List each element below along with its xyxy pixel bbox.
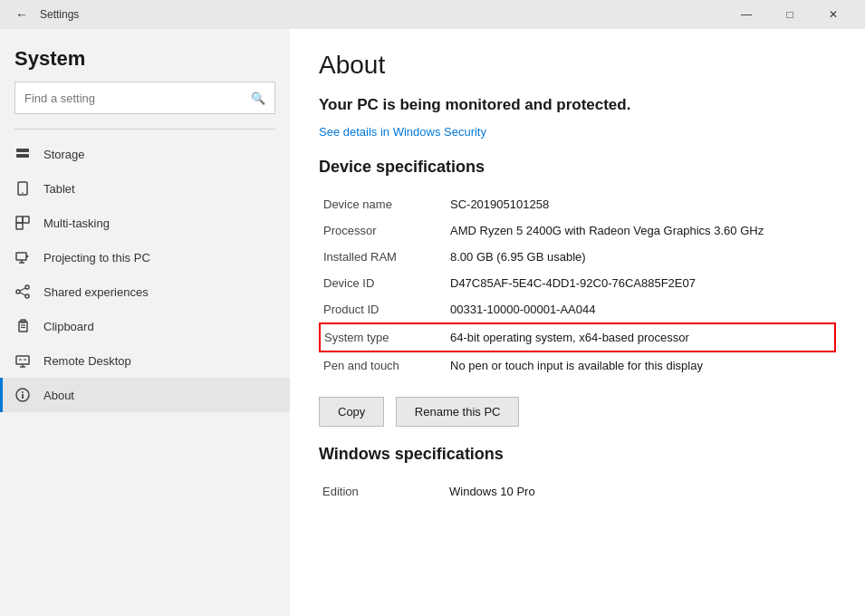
minimize-button[interactable]: — (726, 0, 767, 29)
svg-rect-4 (16, 217, 23, 223)
sidebar-item-shared[interactable]: Shared experiences (0, 274, 290, 309)
spec-value-ram: 8.00 GB (6.95 GB usable) (447, 244, 835, 270)
spec-label-system-type: System type (320, 323, 447, 351)
sidebar-item-storage[interactable]: Storage (0, 137, 290, 171)
spec-value-processor: AMD Ryzen 5 2400G with Radeon Vega Graph… (447, 217, 835, 244)
svg-point-11 (25, 285, 29, 289)
spec-row-product-id: Product ID 00331-10000-00001-AA044 (320, 296, 835, 323)
titlebar-title: Settings (40, 8, 726, 21)
sidebar-item-tablet[interactable]: Tablet (0, 171, 290, 206)
sidebar-item-clipboard[interactable]: Clipboard (0, 309, 290, 343)
sidebar-item-label-clipboard: Clipboard (43, 320, 94, 333)
windows-specs-heading: Windows specifications (319, 445, 836, 464)
spec-label-device-id: Device ID (320, 270, 447, 296)
page-title: About (319, 51, 836, 80)
spec-value-product-id: 00331-10000-00001-AA044 (447, 296, 835, 323)
svg-point-27 (22, 391, 24, 393)
sidebar-item-label-remote: Remote Desktop (43, 354, 131, 368)
search-icon[interactable]: 🔍 (251, 91, 265, 105)
svg-point-13 (16, 290, 20, 294)
shared-icon (14, 284, 31, 300)
spec-row-pen-touch: Pen and touch No pen or touch input is a… (320, 351, 835, 379)
security-text: Your PC is being monitored and protected… (319, 94, 836, 116)
clipboard-icon (14, 318, 31, 334)
storage-icon (14, 146, 31, 162)
search-box[interactable]: 🔍 (14, 82, 275, 114)
windows-specs-table: Edition Windows 10 Pro (319, 478, 836, 505)
sidebar-item-projecting[interactable]: Projecting to this PC (0, 240, 290, 274)
svg-line-14 (20, 288, 25, 291)
device-specs-heading: Device specifications (319, 158, 836, 177)
spec-value-device-name: SC-201905101258 (447, 191, 835, 217)
window-controls: — □ ✕ (726, 0, 854, 29)
spec-value-pen-touch: No pen or touch input is available for t… (447, 351, 835, 379)
close-button[interactable]: ✕ (812, 0, 854, 29)
sidebar-item-label-projecting: Projecting to this PC (43, 251, 150, 265)
svg-line-15 (20, 293, 25, 295)
spec-row-edition: Edition Windows 10 Pro (319, 478, 836, 505)
svg-point-12 (25, 294, 29, 298)
device-specs-table: Device name SC-201905101258 Processor AM… (319, 191, 836, 379)
svg-rect-1 (16, 154, 29, 158)
app-body: System 🔍 Storage Tablet Multi-tasking (0, 29, 865, 616)
svg-rect-6 (16, 223, 23, 229)
security-link[interactable]: See details in Windows Security (319, 125, 486, 139)
back-button[interactable]: ← (11, 4, 33, 25)
titlebar: ← Settings — □ ✕ (0, 0, 865, 29)
projecting-icon (14, 249, 31, 265)
spec-label-edition: Edition (319, 478, 446, 505)
sidebar-item-label-shared: Shared experiences (43, 285, 149, 299)
sidebar-item-multitasking[interactable]: Multi-tasking (0, 206, 290, 240)
svg-marker-10 (26, 255, 29, 258)
spec-value-edition: Windows 10 Pro (446, 478, 836, 505)
svg-rect-7 (16, 253, 26, 260)
security-banner: Your PC is being monitored and protected… (319, 94, 836, 140)
svg-rect-0 (16, 149, 29, 152)
spec-row-ram: Installed RAM 8.00 GB (6.95 GB usable) (320, 244, 835, 270)
spec-label-pen-touch: Pen and touch (320, 351, 447, 379)
remote-icon (14, 352, 31, 369)
sidebar-item-about[interactable]: About (0, 378, 290, 412)
sidebar-item-label-about: About (43, 389, 74, 402)
svg-rect-5 (23, 217, 29, 223)
about-icon (14, 387, 31, 403)
search-input[interactable] (24, 91, 251, 105)
sidebar-item-remote[interactable]: Remote Desktop (0, 343, 290, 378)
copy-button[interactable]: Copy (319, 397, 384, 427)
rename-button[interactable]: Rename this PC (396, 397, 520, 427)
spec-label-device-name: Device name (320, 191, 447, 217)
sidebar-item-label-storage: Storage (43, 148, 85, 161)
spec-row-device-name: Device name SC-201905101258 (320, 191, 835, 217)
sidebar: System 🔍 Storage Tablet Multi-tasking (0, 29, 290, 616)
spec-row-device-id: Device ID D47C85AF-5E4C-4DD1-92C0-76CA88… (320, 270, 835, 296)
spec-value-device-id: D47C85AF-5E4C-4DD1-92C0-76CA885F2E07 (447, 270, 835, 296)
spec-row-processor: Processor AMD Ryzen 5 2400G with Radeon … (320, 217, 835, 244)
action-buttons: Copy Rename this PC (319, 397, 836, 438)
content-area: About Your PC is being monitored and pro… (290, 29, 865, 616)
sidebar-item-label-tablet: Tablet (43, 182, 75, 196)
sidebar-title: System (14, 47, 275, 71)
spec-label-product-id: Product ID (320, 296, 447, 323)
spec-value-system-type: 64-bit operating system, x64-based proce… (447, 323, 835, 351)
sidebar-divider (14, 129, 275, 130)
svg-rect-20 (16, 356, 29, 364)
maximize-button[interactable]: □ (769, 0, 811, 29)
svg-point-3 (22, 192, 24, 194)
multitasking-icon (14, 215, 31, 231)
tablet-icon (14, 180, 31, 197)
spec-label-ram: Installed RAM (320, 244, 447, 270)
spec-label-processor: Processor (320, 217, 447, 244)
sidebar-item-label-multitasking: Multi-tasking (43, 217, 110, 230)
sidebar-header: System 🔍 (0, 29, 290, 121)
spec-row-system-type: System type 64-bit operating system, x64… (320, 323, 835, 351)
